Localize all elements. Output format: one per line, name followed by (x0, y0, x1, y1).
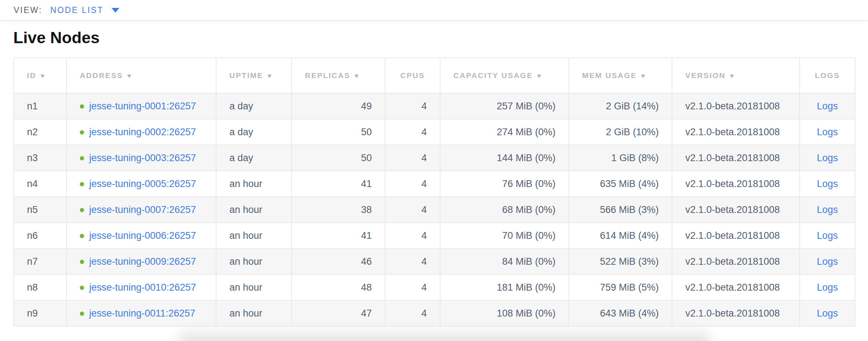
column-header-capacity[interactable]: CAPACITY USAGE▼ (440, 58, 569, 93)
sort-descending-icon: ▼ (536, 73, 543, 80)
node-address-link[interactable]: jesse-tuning-0002:26257 (89, 127, 196, 137)
logs-link[interactable]: Logs (817, 153, 838, 163)
view-selector[interactable]: NODE LIST (50, 5, 119, 15)
column-label: UPTIME (229, 71, 263, 79)
table-row: n1 jesse-tuning-0001:26257 a day 49 4 25… (14, 93, 855, 119)
sort-descending-icon: ▼ (640, 73, 647, 80)
mem-usage-cell: 2 GiB (14%) (569, 93, 672, 119)
logs-cell: Logs (800, 274, 855, 300)
cpus-cell: 4 (385, 274, 440, 300)
column-header-address[interactable]: ADDRESS▼ (67, 58, 216, 93)
table-row: n6 jesse-tuning-0006:26257 an hour 41 4 … (14, 223, 855, 249)
node-address-link[interactable]: jesse-tuning-0010:26257 (89, 282, 196, 293)
column-header-version[interactable]: VERSION▼ (672, 58, 800, 93)
column-header-mem[interactable]: MEM USAGE▼ (569, 58, 672, 93)
column-header-replicas[interactable]: REPLICAS▼ (292, 58, 385, 93)
node-address-link[interactable]: jesse-tuning-0003:26257 (89, 153, 196, 163)
sort-descending-icon: ▼ (39, 73, 46, 80)
logs-link[interactable]: Logs (817, 230, 838, 241)
node-address-cell: jesse-tuning-0007:26257 (67, 197, 216, 223)
node-id-cell: n1 (14, 93, 67, 119)
uptime-cell: an hour (216, 249, 292, 274)
mem-usage-cell: 1 GiB (8%) (569, 145, 672, 171)
node-address-link[interactable]: jesse-tuning-0009:26257 (89, 256, 196, 267)
capacity-usage-cell: 68 MiB (0%) (440, 197, 569, 223)
node-id-cell: n6 (14, 223, 67, 249)
column-header-logs[interactable]: LOGS (800, 58, 855, 93)
column-label: CAPACITY USAGE (453, 71, 533, 79)
logs-link[interactable]: Logs (817, 101, 838, 112)
uptime-cell: an hour (216, 171, 292, 197)
uptime-cell: an hour (216, 197, 292, 223)
version-cell: v2.1.0-beta.20181008 (672, 197, 800, 223)
logs-link[interactable]: Logs (817, 204, 838, 215)
table-row: n8 jesse-tuning-0010:26257 an hour 48 4 … (14, 274, 855, 300)
live-status-icon (80, 312, 84, 316)
table-row: n2 jesse-tuning-0002:26257 a day 50 4 27… (14, 119, 855, 145)
version-cell: v2.1.0-beta.20181008 (672, 119, 800, 145)
column-header-id[interactable]: ID▼ (14, 58, 67, 93)
table-body: n1 jesse-tuning-0001:26257 a day 49 4 25… (14, 93, 855, 326)
logs-link[interactable]: Logs (817, 178, 838, 189)
logs-cell: Logs (800, 223, 855, 249)
node-address-link[interactable]: jesse-tuning-0011:26257 (89, 308, 195, 319)
node-id-cell: n3 (14, 145, 67, 171)
mem-usage-cell: 759 MiB (5%) (569, 274, 672, 300)
live-status-icon (80, 104, 84, 109)
version-cell: v2.1.0-beta.20181008 (672, 249, 800, 274)
capacity-usage-cell: 181 MiB (0%) (440, 274, 569, 300)
replicas-cell: 47 (292, 300, 385, 326)
node-address-cell: jesse-tuning-0006:26257 (67, 223, 216, 249)
sort-descending-icon: ▼ (353, 73, 360, 80)
live-status-icon (80, 130, 84, 135)
live-status-icon (80, 286, 84, 290)
node-address-cell: jesse-tuning-0009:26257 (67, 249, 216, 274)
sort-descending-icon: ▼ (126, 73, 133, 80)
logs-link[interactable]: Logs (817, 127, 838, 137)
logs-cell: Logs (800, 145, 855, 171)
live-status-icon (80, 208, 84, 212)
node-address-cell: jesse-tuning-0003:26257 (67, 145, 216, 171)
logs-cell: Logs (800, 119, 855, 145)
node-address-link[interactable]: jesse-tuning-0005:26257 (89, 178, 196, 189)
column-label: CPUS (400, 71, 425, 79)
column-header-uptime[interactable]: UPTIME▼ (216, 58, 292, 93)
logs-link[interactable]: Logs (817, 282, 838, 293)
node-id-cell: n5 (14, 197, 67, 223)
column-header-cpus[interactable]: CPUS (385, 58, 440, 93)
uptime-cell: an hour (216, 300, 292, 326)
node-id-cell: n9 (14, 300, 67, 326)
page-title: Live Nodes (13, 29, 855, 47)
node-address-link[interactable]: jesse-tuning-0007:26257 (89, 204, 196, 215)
uptime-cell: a day (216, 119, 292, 145)
uptime-cell: a day (216, 93, 292, 119)
replicas-cell: 41 (292, 171, 385, 197)
replicas-cell: 48 (292, 274, 385, 300)
node-address-cell: jesse-tuning-0005:26257 (67, 171, 216, 197)
version-cell: v2.1.0-beta.20181008 (672, 171, 800, 197)
version-cell: v2.1.0-beta.20181008 (672, 223, 800, 249)
cpus-cell: 4 (385, 93, 440, 119)
sort-descending-icon: ▼ (728, 73, 735, 80)
logs-cell: Logs (800, 93, 855, 119)
column-label: LOGS (815, 71, 840, 79)
node-address-link[interactable]: jesse-tuning-0006:26257 (89, 230, 196, 241)
replicas-cell: 46 (292, 249, 385, 274)
column-label: REPLICAS (305, 71, 350, 79)
logs-link[interactable]: Logs (817, 308, 838, 319)
view-selected-value: NODE LIST (50, 5, 104, 15)
logs-cell: Logs (800, 249, 855, 274)
capacity-usage-cell: 108 MiB (0%) (440, 300, 569, 326)
node-address-cell: jesse-tuning-0001:26257 (67, 93, 216, 119)
node-address-cell: jesse-tuning-0011:26257 (67, 300, 216, 326)
version-cell: v2.1.0-beta.20181008 (672, 274, 800, 300)
cpus-cell: 4 (385, 300, 440, 326)
node-address-link[interactable]: jesse-tuning-0001:26257 (89, 101, 196, 112)
capacity-usage-cell: 257 MiB (0%) (440, 93, 569, 119)
table-row: n4 jesse-tuning-0005:26257 an hour 41 4 … (14, 171, 855, 197)
logs-cell: Logs (800, 171, 855, 197)
cpus-cell: 4 (385, 145, 440, 171)
mem-usage-cell: 522 MiB (3%) (569, 249, 672, 274)
column-label: MEM USAGE (582, 71, 637, 79)
logs-link[interactable]: Logs (817, 256, 838, 267)
